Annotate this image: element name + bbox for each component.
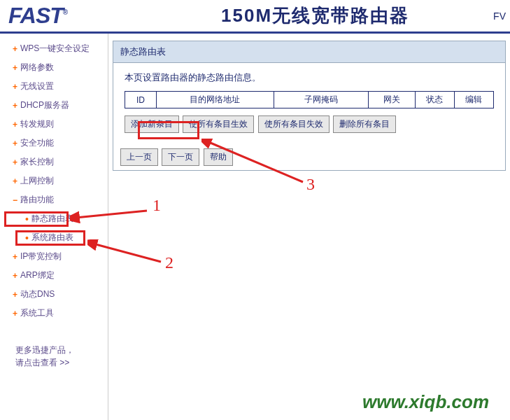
col-dest: 目的网络地址 [156,92,274,108]
col-status: 状态 [415,92,454,108]
menu-security[interactable]: 安全功能 [0,134,108,153]
menu-wireless[interactable]: 无线设置 [0,77,108,96]
menu-system-tools[interactable]: 系统工具 [0,304,108,323]
menu-wps[interactable]: WPS一键安全设定 [0,39,108,58]
menu-network[interactable]: 网络参数 [0,58,108,77]
footer-url: www.xiqb.com [362,391,489,413]
menu-forwarding[interactable]: 转发规则 [0,115,108,134]
route-table: ID 目的网络地址 子网掩码 网关 状态 编辑 [125,91,494,108]
menu-dhcp[interactable]: DHCP服务器 [0,96,108,115]
router-title: 150M无线宽带路由器 [67,4,493,28]
static-route-panel: 静态路由表 本页设置路由器的静态路由信息。 ID 目的网络地址 子网掩码 网关 … [113,41,506,171]
btn-add-new[interactable]: 添加新条目 [125,115,179,133]
main-content: 静态路由表 本页设置路由器的静态路由信息。 ID 目的网络地址 子网掩码 网关 … [108,34,510,420]
submenu-static-route[interactable]: 静态路由表 [0,209,108,228]
panel-title: 静态路由表 [113,41,505,63]
menu-parental[interactable]: 家长控制 [0,153,108,172]
btn-enable-all[interactable]: 使所有条目生效 [183,115,254,133]
submenu-system-route[interactable]: 系统路由表 [0,228,108,247]
menu-access[interactable]: 上网控制 [0,172,108,190]
col-edit: 编辑 [454,92,493,108]
menu-ddns[interactable]: 动态DNS [0,285,108,304]
btn-prev-page[interactable]: 上一页 [120,148,158,166]
col-gateway: 网关 [368,92,415,108]
sidebar: WPS一键安全设定 网络参数 无线设置 DHCP服务器 转发规则 安全功能 家长… [0,34,108,420]
more-products[interactable]: 更多迅捷产品， 请点击查看 >> [0,344,108,369]
btn-next-page[interactable]: 下一页 [162,148,199,166]
menu-arp[interactable]: ARP绑定 [0,266,108,285]
menu-bandwidth[interactable]: IP带宽控制 [0,247,108,266]
col-mask: 子网掩码 [274,92,369,108]
panel-description: 本页设置路由器的静态路由信息。 [125,71,494,84]
header: FAST® 150M无线宽带路由器 FV [0,0,510,34]
btn-delete-all[interactable]: 删除所有条目 [333,115,396,133]
model-suffix: FV [493,10,510,22]
btn-disable-all[interactable]: 使所有条目失效 [258,115,330,133]
btn-help[interactable]: 帮助 [204,148,233,166]
logo: FAST® [0,3,67,29]
menu-routing[interactable]: 路由功能 [0,190,108,209]
col-id: ID [125,92,157,108]
